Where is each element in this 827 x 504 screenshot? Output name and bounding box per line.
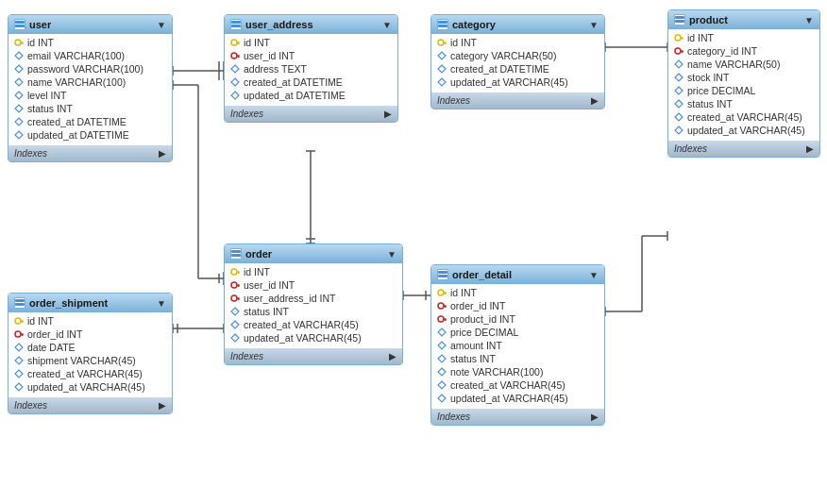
table-db-icon bbox=[437, 269, 448, 280]
svg-point-45 bbox=[231, 40, 237, 45]
indexes-label: Indexes bbox=[437, 95, 470, 106]
table-order: order▼id INTuser_id INTuser_address_id I… bbox=[224, 244, 403, 365]
svg-rect-58 bbox=[445, 42, 447, 45]
field-label: status INT bbox=[27, 103, 73, 114]
table-title-order_detail: order_detail bbox=[452, 269, 512, 280]
table-collapse-arrow[interactable]: ▼ bbox=[157, 298, 166, 309]
field-diamond-icon bbox=[437, 394, 447, 403]
table-title-product: product bbox=[689, 14, 728, 25]
field-label: name VARCHAR(100) bbox=[27, 76, 126, 88]
foreign-key-icon bbox=[437, 301, 447, 311]
svg-marker-70 bbox=[675, 60, 683, 68]
field-row: stock INT bbox=[668, 71, 819, 84]
indexes-expand-arrow[interactable]: ▶ bbox=[159, 148, 166, 159]
field-diamond-icon bbox=[437, 380, 447, 390]
field-label: category_id INT bbox=[687, 45, 757, 57]
table-collapse-arrow[interactable]: ▼ bbox=[804, 15, 814, 25]
svg-rect-86 bbox=[238, 298, 240, 301]
table-header-user: user▼ bbox=[8, 15, 172, 34]
svg-rect-54 bbox=[438, 21, 447, 24]
indexes-expand-arrow[interactable]: ▶ bbox=[159, 400, 166, 411]
table-collapse-arrow[interactable]: ▼ bbox=[157, 20, 166, 30]
indexes-expand-arrow[interactable]: ▶ bbox=[384, 109, 392, 119]
field-row: updated_at VARCHAR(45) bbox=[431, 392, 604, 405]
field-diamond-icon bbox=[674, 73, 684, 82]
indexes-expand-arrow[interactable]: ▶ bbox=[806, 143, 814, 154]
table-db-icon bbox=[230, 248, 242, 260]
svg-marker-42 bbox=[15, 131, 23, 139]
field-diamond-icon bbox=[14, 104, 24, 113]
field-label: updated_at VARCHAR(45) bbox=[450, 76, 568, 88]
svg-marker-101 bbox=[438, 328, 446, 336]
indexes-label: Indexes bbox=[14, 400, 47, 411]
table-body-product: id INTcategory_id INTname VARCHAR(50)sto… bbox=[668, 29, 819, 139]
foreign-key-icon bbox=[437, 314, 447, 324]
field-row: level INT bbox=[8, 89, 172, 102]
indexes-expand-arrow[interactable]: ▶ bbox=[389, 351, 397, 361]
svg-rect-47 bbox=[238, 42, 240, 45]
table-collapse-arrow[interactable]: ▼ bbox=[382, 20, 392, 30]
table-collapse-arrow[interactable]: ▼ bbox=[589, 270, 599, 280]
svg-rect-91 bbox=[438, 275, 447, 277]
field-diamond-icon bbox=[674, 112, 684, 122]
svg-marker-61 bbox=[438, 78, 446, 86]
table-user: user▼id INTemail VARCHAR(100)password VA… bbox=[8, 14, 173, 162]
svg-rect-50 bbox=[238, 56, 240, 59]
svg-rect-63 bbox=[675, 20, 684, 23]
field-diamond-icon bbox=[437, 64, 447, 74]
primary-key-icon bbox=[230, 38, 240, 47]
indexes-label: Indexes bbox=[230, 109, 263, 119]
indexes-expand-arrow[interactable]: ▶ bbox=[591, 95, 599, 106]
field-row: user_address_id INT bbox=[225, 292, 402, 305]
svg-point-98 bbox=[438, 316, 444, 322]
table-header-order_shipment: order_shipment▼ bbox=[8, 294, 172, 312]
svg-point-78 bbox=[231, 269, 237, 275]
svg-marker-87 bbox=[231, 308, 239, 315]
field-label: id INT bbox=[244, 37, 270, 48]
indexes-expand-arrow[interactable]: ▶ bbox=[591, 412, 599, 422]
table-header-order: order▼ bbox=[225, 244, 402, 263]
field-diamond-icon bbox=[674, 99, 684, 109]
field-label: category VARCHAR(50) bbox=[450, 50, 556, 61]
table-body-order: id INTuser_id INTuser_address_id INTstat… bbox=[225, 263, 402, 346]
table-collapse-arrow[interactable]: ▼ bbox=[589, 20, 599, 30]
field-label: password VARCHAR(100) bbox=[27, 63, 143, 75]
primary-key-icon bbox=[14, 38, 24, 47]
svg-marker-37 bbox=[15, 65, 23, 73]
field-row: created_at VARCHAR(45) bbox=[431, 378, 604, 392]
svg-rect-43 bbox=[231, 21, 241, 24]
field-row: id INT bbox=[8, 314, 172, 328]
svg-marker-40 bbox=[15, 105, 23, 112]
field-row: price DECIMAL bbox=[668, 84, 819, 97]
svg-marker-52 bbox=[231, 78, 239, 86]
primary-key-icon bbox=[437, 38, 447, 47]
field-row: id INT bbox=[8, 36, 172, 49]
svg-point-67 bbox=[675, 48, 681, 54]
field-label: id INT bbox=[450, 37, 477, 48]
table-header-category: category▼ bbox=[431, 15, 604, 34]
primary-key-icon bbox=[14, 316, 24, 326]
field-row: order_id INT bbox=[431, 299, 604, 312]
svg-marker-75 bbox=[675, 126, 683, 134]
field-diamond-icon bbox=[14, 117, 24, 126]
field-diamond-icon bbox=[437, 51, 447, 60]
field-diamond-icon bbox=[437, 77, 447, 87]
field-diamond-icon bbox=[674, 126, 684, 135]
svg-point-64 bbox=[675, 35, 681, 41]
field-diamond-icon bbox=[14, 91, 24, 100]
svg-rect-90 bbox=[438, 271, 447, 274]
svg-marker-60 bbox=[438, 65, 446, 73]
field-row: updated_at VARCHAR(45) bbox=[225, 331, 402, 344]
table-db-icon bbox=[437, 19, 448, 30]
svg-marker-118 bbox=[15, 383, 23, 391]
table-collapse-arrow[interactable]: ▼ bbox=[387, 249, 397, 260]
field-label: created_at VARCHAR(45) bbox=[27, 368, 143, 379]
svg-point-33 bbox=[15, 40, 21, 45]
field-diamond-icon bbox=[14, 64, 24, 74]
svg-rect-32 bbox=[15, 25, 25, 27]
field-diamond-icon bbox=[14, 77, 24, 87]
svg-marker-103 bbox=[438, 355, 446, 362]
table-body-order_shipment: id INTorder_id INTdate DATEshipment VARC… bbox=[8, 312, 172, 395]
field-row: updated_at VARCHAR(45) bbox=[431, 76, 604, 89]
svg-point-92 bbox=[438, 290, 444, 295]
